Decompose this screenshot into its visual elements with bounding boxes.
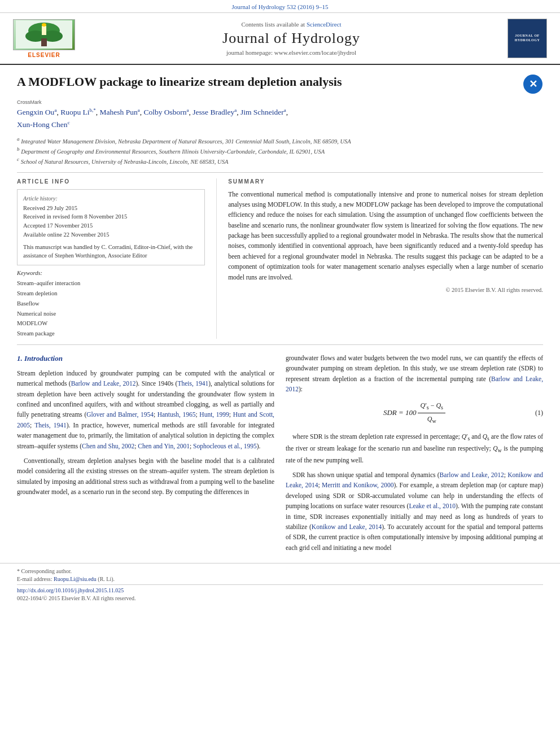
intro-para-2: Conventionally, stream depletion analyse… [17, 456, 274, 497]
keyword-5: MODFLOW [17, 318, 205, 329]
accepted-date: Accepted 17 November 2015 [23, 221, 199, 230]
article-footer: * Corresponding author. E-mail address: … [0, 563, 560, 605]
svg-rect-5 [42, 26, 46, 35]
summary-text: The conventional numerical method is com… [228, 189, 543, 283]
crossmark: ✕ [523, 74, 543, 94]
keywords-section: Keywords: Stream–aquifer interaction Str… [17, 270, 205, 339]
journal-header: ELSEVIER Contents lists available at Sci… [0, 13, 560, 65]
article-info-section: ARTICLE INFO Article history: Received 2… [17, 178, 543, 339]
corresponding-footnote: * Corresponding author. [17, 568, 543, 574]
elsevier-wordmark: ELSEVIER [28, 52, 60, 58]
received-date: Received 29 July 2015 [23, 204, 199, 213]
article-history-box: Article history: Received 29 July 2015 R… [17, 189, 205, 266]
homepage-line: journal homepage: www.elsevier.com/locat… [84, 49, 499, 56]
intro-para-1: Stream depletion induced by groundwater … [17, 368, 274, 451]
formula-numerator: Q′s − Qs [418, 400, 445, 413]
keyword-6: Stream package [17, 329, 205, 339]
copyright-line: © 2015 Elsevier B.V. All rights reserved… [228, 287, 543, 293]
author-gengxin: Gengxin Oua, Ruopu Lib,*, Mahesh Puna, C… [17, 108, 288, 116]
keywords-title: Keywords: [17, 270, 205, 276]
keyword-2: Stream depletion [17, 289, 205, 299]
journal-center: Contents lists available at ScienceDirec… [84, 21, 499, 56]
crossmark-label: CrossMark [17, 99, 543, 105]
main-col-right: groundwater flows and water budgets betw… [286, 353, 543, 557]
keywords-list: Stream–aquifer interaction Stream deplet… [17, 278, 205, 339]
keyword-1: Stream–aquifer interaction [17, 278, 205, 289]
journal-reference: Journal of Hydrology 532 (2016) 9–15 [0, 0, 560, 13]
sdr-formula: SDR = 100 Q′s − Qs Qw (1) [286, 400, 543, 426]
right-para-3: SDR has shown unique spatial and tempora… [286, 470, 543, 553]
formula-sdr-label: SDR = 100 [383, 408, 417, 416]
formula-denominator: Qw [418, 413, 445, 426]
elsevier-logo-img [13, 19, 75, 50]
right-para-2: where SDR is the stream depletion rate e… [286, 431, 543, 465]
doi-link[interactable]: http://dx.doi.org/10.1016/j.jhydrol.2015… [17, 587, 124, 593]
svg-rect-4 [41, 38, 47, 46]
formula-number: (1) [535, 408, 543, 418]
affiliations: a Integrated Water Management Division, … [17, 136, 543, 167]
article-title: A MODFLOW package to linearize stream de… [17, 74, 517, 90]
doi-line: http://dx.doi.org/10.1016/j.jhydrol.2015… [17, 587, 543, 593]
keyword-4: Numerical noise [17, 309, 205, 319]
summary-header: SUMMARY [228, 178, 543, 185]
journal-logo-box: JOURNAL OFHYDROLOGY [508, 19, 547, 58]
article-info-right: SUMMARY The conventional numerical metho… [217, 178, 543, 339]
crossmark-icon: ✕ [523, 75, 542, 94]
main-content: 1. Introduction Stream depletion induced… [0, 345, 560, 563]
author-xun: Xun-Hong Chenc [17, 120, 70, 129]
email-link[interactable]: Ruopu.Li@siu.edu [54, 576, 97, 582]
article-body: A MODFLOW package to linearize stream de… [0, 65, 560, 344]
handled-by: This manuscript was handled by C. Corrad… [23, 243, 199, 261]
svg-point-6 [42, 23, 46, 27]
elsevier-logo: ELSEVIER [10, 19, 78, 58]
keyword-3: Baseflow [17, 299, 205, 309]
authors-line: Gengxin Oua, Ruopu Lib,*, Mahesh Puna, C… [17, 106, 543, 131]
journal-ref-text: Journal of Hydrology 532 (2016) 9–15 [232, 3, 329, 10]
history-label: Article history: [23, 194, 199, 203]
email-footnote: E-mail address: Ruopu.Li@siu.edu (R. Li)… [17, 576, 543, 582]
available-date: Available online 22 November 2015 [23, 230, 199, 239]
journal-logo-right: JOURNAL OFHYDROLOGY [505, 19, 550, 58]
article-info-left: ARTICLE INFO Article history: Received 2… [17, 178, 217, 339]
section-1-title: 1. Introduction [17, 353, 274, 365]
formula-fraction: Q′s − Qs Qw [418, 400, 445, 426]
article-info-header: ARTICLE INFO [17, 178, 205, 185]
issn-line: 0022-1694/© 2015 Elsevier B.V. All right… [17, 595, 543, 601]
main-col-left: 1. Introduction Stream depletion induced… [17, 353, 274, 557]
revised-date: Received in revised form 8 November 2015 [23, 212, 199, 221]
contents-line: Contents lists available at ScienceDirec… [84, 21, 499, 28]
sciencedirect-link[interactable]: ScienceDirect [307, 21, 342, 28]
journal-title-big: Journal of Hydrology [84, 30, 499, 47]
right-para-1: groundwater flows and water budgets betw… [286, 353, 543, 395]
